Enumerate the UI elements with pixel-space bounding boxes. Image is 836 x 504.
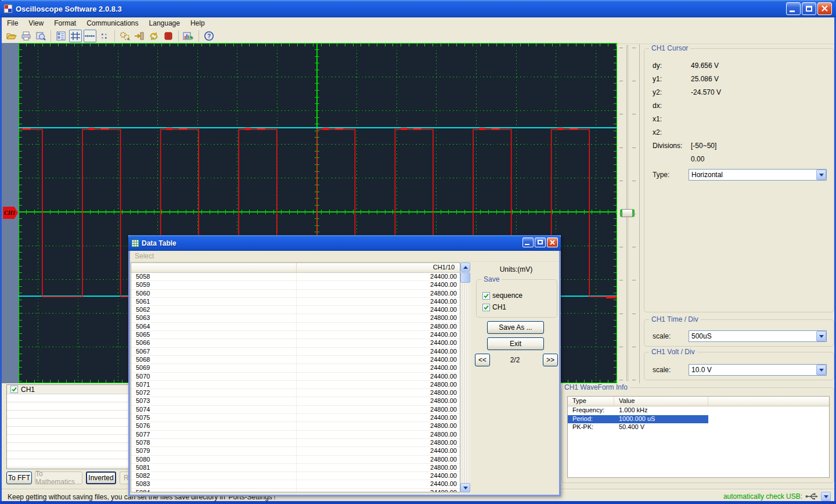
ch1-checkbox[interactable]	[10, 386, 18, 393]
usb-dropdown-button[interactable]	[821, 492, 831, 501]
next-page-button[interactable]: >>	[543, 354, 558, 366]
waveform-info-row[interactable]	[568, 475, 829, 478]
table-row[interactable]: 506824400.00	[131, 356, 460, 364]
table-row[interactable]: 505824400.00	[131, 273, 460, 281]
waveform-info-row[interactable]	[568, 466, 829, 475]
table-row[interactable]: 506924400.00	[131, 364, 460, 372]
dots-icon[interactable]	[98, 30, 111, 42]
table-row[interactable]: 507124800.00	[131, 381, 460, 389]
menu-item-format[interactable]: Format	[49, 18, 81, 28]
waveform-info-row[interactable]	[568, 441, 829, 449]
table-row[interactable]: 508224400.00	[131, 472, 460, 480]
export-icon[interactable]	[182, 30, 195, 42]
sequence-checkbox[interactable]	[482, 292, 490, 300]
dialog-minimize-button[interactable]	[522, 237, 534, 247]
table-row[interactable]: 506024800.00	[131, 290, 460, 298]
dialog-title-bar[interactable]: Data Table	[128, 235, 561, 251]
chevron-down-icon[interactable]	[816, 170, 826, 180]
select-menu[interactable]: Select	[130, 251, 154, 262]
grid-toggle-icon[interactable]	[69, 30, 82, 42]
timediv-select[interactable]: 500uS	[689, 330, 827, 342]
table-row[interactable]: 507824800.00	[131, 439, 460, 447]
scrollbar-thumb[interactable]	[460, 272, 470, 283]
refresh-icon[interactable]	[147, 30, 160, 42]
print-icon[interactable]	[20, 30, 33, 42]
table-row[interactable]: 506124400.00	[131, 298, 460, 306]
dialog-maximize-button[interactable]	[535, 237, 546, 247]
waveform-line-toggle-icon[interactable]	[84, 30, 96, 42]
table-row[interactable]: 508424400.00	[131, 489, 460, 492]
minimize-button[interactable]	[786, 2, 801, 15]
wf-col-type[interactable]: Type	[568, 397, 614, 406]
maximize-button[interactable]	[802, 2, 816, 15]
close-button[interactable]	[817, 2, 832, 15]
table-row[interactable]: 506724400.00	[131, 348, 460, 356]
table-row[interactable]: 508124800.00	[131, 464, 460, 472]
print-preview-icon[interactable]	[34, 30, 47, 42]
table-row[interactable]: 507224800.00	[131, 389, 460, 397]
stop-icon[interactable]	[162, 30, 175, 42]
waveform-info-row[interactable]	[568, 449, 829, 458]
table-row[interactable]: 505924400.00	[131, 281, 460, 289]
help-icon[interactable]: ?	[203, 30, 215, 42]
row-value: 24400.00	[297, 447, 459, 455]
scroll-up-button[interactable]	[460, 262, 470, 272]
ch1-save-checkbox-row[interactable]: CH1	[482, 303, 506, 311]
table-row[interactable]: 507024400.00	[131, 373, 460, 381]
table-row[interactable]: 507524400.00	[131, 414, 460, 422]
wf-col-value[interactable]: Value	[614, 397, 708, 406]
inverted-button[interactable]: Inverted	[86, 471, 116, 484]
scroll-down-button[interactable]	[460, 483, 470, 492]
waveform-info-row[interactable]: PK-PK:50.400 V	[568, 423, 829, 432]
to-fft-button[interactable]: To FFT	[6, 471, 32, 484]
table-row[interactable]: 508324400.00	[131, 480, 460, 488]
waveform-info-row[interactable]: Period:1000.000 uS	[568, 415, 829, 424]
index-column-header[interactable]	[131, 263, 297, 272]
table-row[interactable]: 507324800.00	[131, 397, 460, 405]
sequence-checkbox-row[interactable]: sequence	[482, 291, 522, 300]
data-list-icon[interactable]	[55, 30, 67, 42]
table-row[interactable]: 506224400.00	[131, 306, 460, 314]
units-label: Units:(mV)	[475, 265, 557, 273]
table-row[interactable]: 507424800.00	[131, 406, 460, 414]
table-row[interactable]: 507924400.00	[131, 447, 460, 455]
cursor-type-select[interactable]: Horizontal	[689, 169, 827, 181]
chevron-down-icon[interactable]	[816, 331, 826, 341]
close-icon	[547, 238, 557, 247]
slider-tick	[632, 380, 636, 380]
row-value: 24400.00	[297, 298, 459, 305]
prev-page-button[interactable]: <<	[475, 354, 490, 366]
chevron-down-icon[interactable]	[816, 365, 826, 375]
voltdiv-select[interactable]: 10.0 V	[689, 364, 827, 376]
table-row[interactable]: 508024800.00	[131, 456, 460, 464]
table-row[interactable]: 506524400.00	[131, 331, 460, 339]
waveform-info-row[interactable]	[568, 458, 829, 466]
row-index: 5068	[131, 356, 297, 363]
table-row[interactable]: 506624400.00	[131, 339, 460, 347]
menu-item-view[interactable]: View	[23, 18, 49, 28]
row-index: 5069	[131, 364, 297, 372]
data-table-dialog: Data Table Select CH1/10 505824400.00505…	[128, 235, 561, 496]
slider-thumb[interactable]	[620, 209, 635, 217]
table-scrollbar[interactable]	[460, 262, 470, 492]
ch1-save-checkbox[interactable]	[482, 304, 490, 311]
table-row[interactable]: 507624800.00	[131, 422, 460, 430]
to-mathematics-button[interactable]: To Mathematics	[35, 471, 82, 484]
menu-item-language[interactable]: Language	[144, 18, 185, 28]
connect-icon[interactable]	[133, 30, 146, 42]
row-value: 24400.00	[297, 331, 459, 339]
menu-item-help[interactable]: Help	[185, 18, 210, 28]
open-folder-icon[interactable]	[5, 30, 18, 42]
waveform-info-row[interactable]: Frequency:1.000 kHz	[568, 406, 829, 415]
menu-item-communications[interactable]: Communications	[81, 18, 143, 28]
table-row[interactable]: 506324800.00	[131, 314, 460, 322]
table-row[interactable]: 507724800.00	[131, 431, 460, 439]
waveform-info-row[interactable]	[568, 432, 829, 441]
value-column-header[interactable]: CH1/10	[297, 263, 459, 272]
settings-gears-icon[interactable]	[118, 30, 131, 42]
save-as-button[interactable]: Save As ...	[487, 321, 544, 334]
exit-button[interactable]: Exit	[487, 337, 544, 350]
menu-item-file[interactable]: File	[2, 18, 23, 28]
dialog-close-button[interactable]	[547, 237, 558, 247]
table-row[interactable]: 506424800.00	[131, 323, 460, 331]
